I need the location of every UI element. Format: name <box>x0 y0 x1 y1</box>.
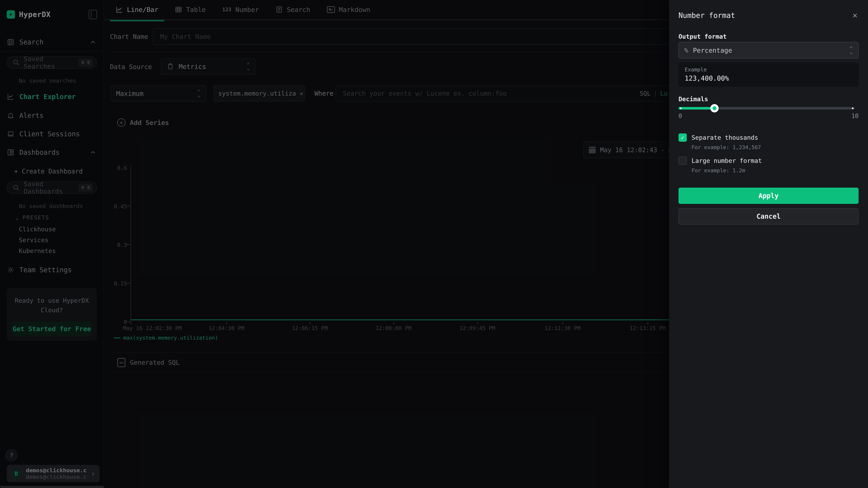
example-value: 123,400.00% <box>685 74 852 82</box>
slider-mark-min <box>680 107 682 109</box>
example-box: Example 123,400.00% <box>679 63 859 87</box>
apply-button[interactable]: Apply <box>679 188 859 204</box>
number-format-panel: Number format ✕ Output format % Percenta… <box>669 0 868 488</box>
output-format-value: Percentage <box>693 46 732 54</box>
output-format-label: Output format <box>679 33 859 40</box>
close-icon[interactable]: ✕ <box>850 10 860 20</box>
separate-thousands-checkbox[interactable]: ✓ <box>679 133 687 142</box>
large-number-example: For example: 1.2m <box>691 167 762 173</box>
separate-thousands-label: Separate thousands <box>691 133 761 142</box>
slider-fill <box>679 107 714 109</box>
decimals-slider[interactable] <box>679 104 859 112</box>
separate-thousands-row: ✓ Separate thousands For example: 1,234,… <box>679 133 859 151</box>
slider-thumb[interactable] <box>710 104 719 112</box>
select-chevrons-icon: ⌃⌄ <box>849 47 853 54</box>
app-root: HyperDX Search Saved Searches ⌘ K No sav… <box>0 0 868 488</box>
percent-icon: % <box>684 46 688 54</box>
example-label: Example <box>685 66 852 73</box>
decimals-label: Decimals <box>679 95 859 103</box>
output-format-select[interactable]: % Percentage ⌃⌄ <box>679 42 859 59</box>
separate-thousands-example: For example: 1,234,567 <box>691 144 761 151</box>
cancel-button[interactable]: Cancel <box>679 208 859 225</box>
panel-title: Number format <box>679 11 859 20</box>
slider-mark-max <box>852 107 854 109</box>
slider-min-label: 0 <box>679 112 682 120</box>
large-number-row: ✓ Large number format For example: 1.2m <box>679 157 859 173</box>
large-number-label: Large number format <box>691 157 762 165</box>
large-number-checkbox[interactable]: ✓ <box>679 157 687 165</box>
slider-max-label: 10 <box>851 112 859 120</box>
